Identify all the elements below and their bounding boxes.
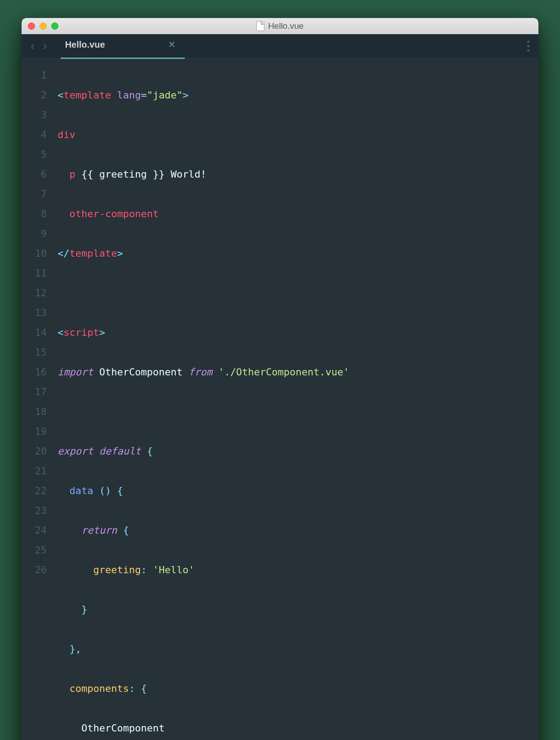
more-options-icon[interactable] [527, 40, 529, 52]
code-line: import OtherComponent from './OtherCompo… [58, 362, 538, 382]
code-line: other-component [58, 204, 538, 224]
tab-active-indicator [61, 58, 185, 59]
code-line: <script> [58, 323, 538, 343]
code-line: export default { [58, 441, 538, 461]
maximize-window-button[interactable] [51, 22, 58, 30]
code-line: } [58, 600, 538, 620]
close-icon[interactable]: ✕ [168, 39, 176, 50]
window-title: Hello.vue [256, 21, 303, 31]
editor-window: Hello.vue ‹ › Hello.vue ✕ 123 456 789 10… [22, 18, 538, 740]
close-window-button[interactable] [28, 22, 35, 30]
window-controls [28, 22, 58, 30]
nav-forward-icon[interactable]: › [43, 39, 47, 53]
code-editor[interactable]: 123 456 789 101112 131415 161718 192021 … [22, 58, 538, 740]
line-gutter: 123 456 789 101112 131415 161718 192021 … [22, 66, 58, 740]
code-line: }, [58, 639, 538, 659]
code-content[interactable]: <template lang="jade"> div p {{ greeting… [58, 66, 538, 740]
code-line [58, 283, 538, 303]
code-line: data () { [58, 481, 538, 501]
tab-hello-vue[interactable]: Hello.vue ✕ [65, 39, 176, 53]
minimize-window-button[interactable] [40, 22, 47, 30]
tab-title: Hello.vue [65, 40, 105, 50]
code-line [58, 402, 538, 422]
code-line: return { [58, 521, 538, 540]
titlebar: Hello.vue [22, 18, 538, 34]
code-line: div [58, 125, 538, 145]
code-line: components: { [58, 679, 538, 699]
file-icon [256, 21, 264, 31]
code-line: p {{ greeting }} World! [58, 165, 538, 184]
nav-arrows: ‹ › [31, 39, 47, 53]
code-line: </template> [58, 244, 538, 263]
window-title-text: Hello.vue [268, 21, 303, 31]
code-line: OtherComponent [58, 718, 538, 738]
code-line: greeting: 'Hello' [58, 560, 538, 580]
tab-bar: ‹ › Hello.vue ✕ [22, 34, 538, 58]
nav-back-icon[interactable]: ‹ [31, 39, 35, 53]
code-line: <template lang="jade"> [58, 85, 538, 105]
